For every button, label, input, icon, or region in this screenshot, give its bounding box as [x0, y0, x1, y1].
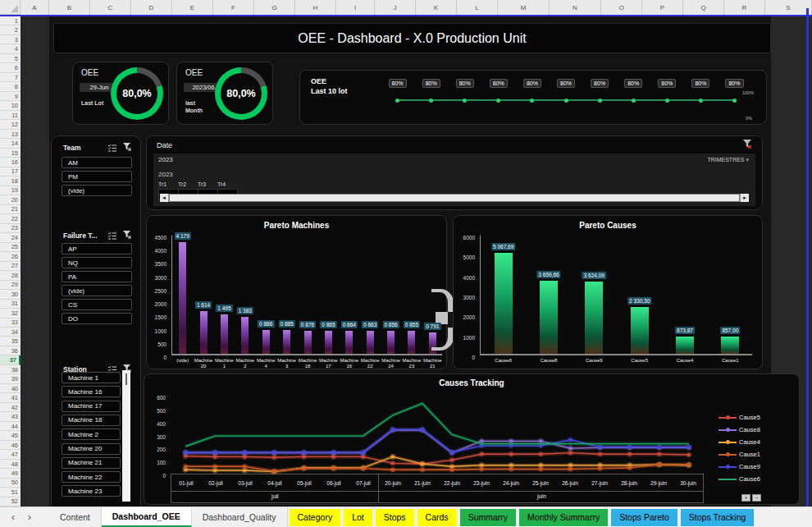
slicer-item[interactable]: Machine 20	[62, 443, 121, 455]
sheet-tab-content[interactable]: Content	[49, 507, 102, 527]
row-header-46[interactable]: 46	[0, 441, 21, 450]
causes-tracking-chart[interactable]: Causes Tracking 0100200300400500600 01-j…	[144, 373, 800, 505]
row-header-23[interactable]: 23	[0, 224, 21, 233]
clear-filter-icon[interactable]	[123, 143, 132, 152]
slicer-item[interactable]: Machine 21	[62, 457, 121, 469]
column-headers[interactable]: ABCDEFGHIJKLMNOPQRS	[21, 0, 812, 15]
column-header-H[interactable]: H	[295, 0, 336, 15]
column-header-E[interactable]: E	[172, 0, 213, 15]
row-header-47[interactable]: 47	[0, 450, 21, 459]
row-header-36[interactable]: 36	[0, 346, 21, 355]
row-header-45[interactable]: 45	[0, 431, 21, 440]
multiselect-icon[interactable]	[107, 144, 117, 152]
column-header-F[interactable]: F	[213, 0, 254, 15]
row-header-14[interactable]: 14	[0, 139, 21, 148]
row-header-10[interactable]: 10	[0, 101, 21, 110]
row-header-19[interactable]: 19	[0, 186, 21, 195]
slicer-item[interactable]: (vide)	[62, 285, 132, 296]
row-header-24[interactable]: 24	[0, 233, 21, 242]
column-header-J[interactable]: J	[375, 0, 416, 15]
row-header-9[interactable]: 9	[0, 92, 21, 101]
row-header-30[interactable]: 30	[0, 290, 21, 299]
row-header-6[interactable]: 6	[0, 63, 21, 72]
sheet-tab-stops-pareto[interactable]: Stops Pareto	[611, 509, 677, 526]
sheet-tab-cards[interactable]: Cards	[417, 509, 457, 526]
row-header-38[interactable]: 38	[0, 365, 21, 374]
row-header-12[interactable]: 12	[0, 120, 21, 129]
clear-filter-icon[interactable]	[123, 231, 132, 240]
slicer-item[interactable]: AM	[62, 157, 132, 168]
row-header-40[interactable]: 40	[0, 384, 21, 393]
row-header-31[interactable]: 31	[0, 300, 21, 309]
sheet-tab-stops-tracking[interactable]: Stops Tracking	[681, 509, 754, 526]
timeline-scrollbar[interactable]: ◄ ►	[160, 194, 749, 202]
legend-item[interactable]: Cause4	[718, 438, 760, 446]
row-header-16[interactable]: 16	[0, 158, 21, 167]
row-header-3[interactable]: 3	[0, 35, 21, 44]
row-header-21[interactable]: 21	[0, 205, 21, 214]
zoom-plus-button[interactable]: +	[741, 494, 750, 502]
row-header-42[interactable]: 42	[0, 403, 21, 412]
row-header-1[interactable]: 1	[0, 16, 21, 25]
legend-item[interactable]: Cause9	[718, 463, 760, 470]
zoom-minus-button[interactable]: −	[752, 494, 761, 502]
row-header-33[interactable]: 33	[0, 318, 21, 328]
row-header-2[interactable]: 2	[0, 25, 21, 34]
row-header-28[interactable]: 28	[0, 271, 21, 280]
column-header-A[interactable]: A	[21, 0, 49, 15]
row-header-34[interactable]: 34	[0, 328, 21, 337]
column-header-C[interactable]: C	[90, 0, 131, 15]
row-header-43[interactable]: 43	[0, 412, 21, 421]
row-header-49[interactable]: 49	[0, 469, 21, 478]
pareto-machines-chart[interactable]: Pareto Machines 050010001500200025003000…	[146, 215, 447, 369]
slicer-item[interactable]: DO	[62, 313, 132, 324]
timeline-period-dropdown[interactable]: TRIMESTRES ▾	[707, 157, 749, 163]
pareto-causes-chart[interactable]: Pareto Causes 0100020003000400050006000 …	[453, 215, 763, 369]
row-header-22[interactable]: 22	[0, 214, 21, 223]
row-header-17[interactable]: 17	[0, 167, 21, 176]
row-header-44[interactable]: 44	[0, 422, 21, 431]
column-header-I[interactable]: I	[336, 0, 375, 15]
column-header-K[interactable]: K	[416, 0, 457, 15]
station-scrollbar[interactable]	[122, 370, 130, 502]
clear-filter-icon[interactable]	[743, 140, 752, 149]
scroll-right-arrow[interactable]: ►	[741, 194, 749, 202]
slicer-item[interactable]: CS	[62, 299, 132, 310]
row-header-15[interactable]: 15	[0, 149, 21, 158]
column-header-D[interactable]: D	[131, 0, 172, 15]
scrollbar-thumb[interactable]	[169, 194, 740, 202]
column-header-O[interactable]: O	[601, 0, 642, 15]
slicer-item[interactable]: Machine 16	[62, 386, 121, 397]
slicer-item[interactable]: Machine 2	[62, 428, 121, 440]
row-header-5[interactable]: 5	[0, 54, 21, 63]
scroll-left-arrow[interactable]: ◄	[160, 194, 168, 202]
sheet-tab-monthly-summarry[interactable]: Monthly Summarry	[519, 509, 608, 526]
row-header-29[interactable]: 29	[0, 281, 21, 290]
sheet-tab-summarry[interactable]: Summarry	[460, 509, 516, 526]
column-header-M[interactable]: M	[498, 0, 550, 15]
multiselect-icon[interactable]	[107, 231, 117, 240]
legend-item[interactable]: Cause6	[718, 475, 760, 483]
row-header-13[interactable]: 13	[0, 130, 21, 139]
legend-item[interactable]: Cause1	[718, 451, 760, 458]
slicer-item[interactable]: Machine 22	[62, 471, 121, 483]
sheet-tab-lot[interactable]: Lot	[344, 509, 372, 526]
slicer-item[interactable]: Machine 18	[62, 415, 121, 426]
column-header-N[interactable]: N	[550, 0, 601, 15]
column-header-G[interactable]: G	[254, 0, 295, 15]
row-header-37[interactable]: 37	[0, 355, 21, 364]
row-header-4[interactable]: 4	[0, 44, 21, 53]
row-header-39[interactable]: 39	[0, 374, 21, 383]
column-header-B[interactable]: B	[49, 0, 90, 15]
row-header-50[interactable]: 50	[0, 479, 21, 488]
prev-sheet-arrow[interactable]: ‹	[11, 511, 15, 523]
sheet-tab-category[interactable]: Category	[290, 509, 341, 526]
next-sheet-arrow[interactable]: ›	[28, 511, 31, 523]
row-header-51[interactable]: 51	[0, 488, 21, 497]
slicer-item[interactable]: PM	[62, 171, 132, 182]
legend-item[interactable]: Cause8	[718, 426, 760, 433]
select-all-corner[interactable]	[0, 0, 21, 15]
row-header-26[interactable]: 26	[0, 252, 21, 261]
sheet-tab-dashboard-quality[interactable]: Dashboard_Quality	[192, 507, 288, 527]
row-header-20[interactable]: 20	[0, 195, 21, 204]
